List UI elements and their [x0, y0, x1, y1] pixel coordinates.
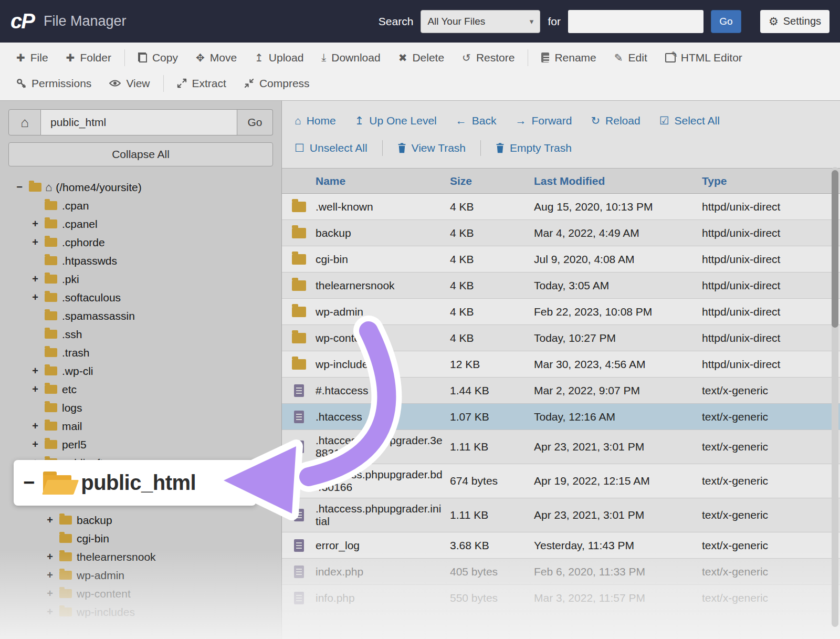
file-name[interactable]: #.htaccess	[316, 380, 450, 401]
path-go-button[interactable]: Go	[237, 109, 273, 135]
column-header-size[interactable]: Size	[450, 175, 534, 187]
up-one-level-link[interactable]: ↥Up One Level	[355, 114, 437, 127]
file-row[interactable]: backup 4 KB Mar 4, 2022, 4:49 AM httpd/u…	[282, 220, 840, 246]
expander-toggle[interactable]: −	[23, 472, 35, 494]
expander-toggle[interactable]: +	[45, 551, 55, 563]
folder-button[interactable]: ✚Folder	[57, 45, 120, 70]
permissions-button[interactable]: Permissions	[7, 70, 100, 96]
tree-item[interactable]: + ⌂ mail	[8, 417, 273, 435]
tree-item[interactable]: + ⌂ perl5	[8, 435, 273, 454]
file-row[interactable]: wp-includes 12 KB Mar 30, 2023, 4:56 AM …	[282, 351, 840, 378]
public-html-highlight[interactable]: − public_html	[14, 460, 256, 506]
tree-item[interactable]: ⌂ .trash	[8, 343, 273, 362]
file-name[interactable]: thelearnersnook	[316, 275, 450, 296]
file-row[interactable]: .htaccess 1.07 KB Today, 12:16 AM text/x…	[282, 404, 840, 430]
tree-item[interactable]: + ⌂ .softaculous	[8, 288, 273, 307]
collapse-all-button[interactable]: Collapse All	[8, 142, 273, 166]
extract-button[interactable]: Extract	[168, 70, 235, 96]
file-name[interactable]: .htaccess.phpupgrader.initial	[316, 498, 450, 532]
file-name[interactable]: wp-content	[316, 328, 450, 349]
tree-item[interactable]: ⌂ cgi-bin	[8, 529, 273, 548]
tree-item[interactable]: − ⌂ (/home4/yoursite)	[8, 178, 273, 196]
expander-toggle[interactable]: +	[30, 365, 40, 377]
tree-item[interactable]: + ⌂ .wp-cli	[8, 362, 273, 380]
scrollbar-thumb[interactable]	[832, 170, 838, 328]
unselect-all-link[interactable]: ☐Unselect All	[295, 142, 368, 154]
expander-toggle[interactable]: +	[45, 514, 55, 526]
file-button[interactable]: ✚File	[7, 45, 57, 70]
file-name[interactable]: backup	[316, 223, 450, 244]
file-row[interactable]: #.htaccess 1.44 KB Mar 2, 2022, 9:07 PM …	[282, 378, 840, 404]
tree-item[interactable]: + ⌂ etc	[8, 380, 273, 399]
expander-toggle[interactable]: +	[30, 218, 40, 230]
back-link[interactable]: ←Back	[456, 114, 497, 127]
path-input[interactable]	[41, 109, 237, 135]
tree-item[interactable]: + ⌂ wp-includes	[8, 603, 273, 621]
file-name[interactable]: .well-known	[316, 196, 450, 217]
file-row[interactable]: cgi-bin 4 KB Jul 9, 2020, 4:08 AM httpd/…	[282, 246, 840, 273]
copy-button[interactable]: Copy	[129, 45, 187, 70]
tree-item[interactable]: + ⌂ .cphorde	[8, 233, 273, 252]
file-row[interactable]: .htaccess.phpupgrader.3e8831af 1.11 KB A…	[282, 430, 840, 464]
settings-button[interactable]: ⚙ Settings	[760, 10, 830, 33]
file-name[interactable]: index.php	[316, 561, 450, 582]
tree-item[interactable]: ⌂ .cpan	[8, 196, 273, 215]
file-name[interactable]: cgi-bin	[316, 249, 450, 270]
file-name[interactable]: wp-admin	[316, 301, 450, 322]
expander-toggle[interactable]: +	[30, 420, 40, 432]
download-button[interactable]: ⤓Download	[312, 45, 389, 70]
reload-link[interactable]: ↻Reload	[591, 114, 640, 127]
move-button[interactable]: ✥Move	[187, 45, 246, 70]
tree-item[interactable]: + ⌂ .pki	[8, 270, 273, 288]
file-row[interactable]: thelearnersnook 4 KB Today, 3:05 AM http…	[282, 273, 840, 299]
view-button[interactable]: View	[100, 70, 159, 96]
view-trash-link[interactable]: View Trash	[397, 142, 466, 154]
file-row[interactable]: .htaccess.phpupgrader.initial 1.11 KB Ap…	[282, 498, 840, 532]
tree-item[interactable]: + ⌂ wp-admin	[8, 566, 273, 584]
expander-toggle[interactable]: +	[45, 606, 55, 618]
expander-toggle[interactable]: +	[30, 438, 40, 451]
file-name[interactable]: .htaccess.phpupgrader.bd430166	[316, 464, 450, 498]
search-go-button[interactable]: Go	[711, 10, 741, 33]
file-name[interactable]: .htaccess	[316, 406, 450, 427]
restore-button[interactable]: ↺Restore	[453, 45, 523, 70]
file-row[interactable]: .htaccess.phpupgrader.bd430166 674 bytes…	[282, 464, 840, 498]
file-name[interactable]: .htaccess.phpupgrader.3e8831af	[316, 430, 450, 464]
tree-item[interactable]: + ⌂ .cpanel	[8, 215, 273, 233]
tree-item[interactable]: ⌂ .ssh	[8, 325, 273, 343]
expander-toggle[interactable]: +	[30, 236, 40, 248]
select-all-link[interactable]: ☑Select All	[659, 114, 720, 127]
search-input[interactable]	[568, 10, 704, 33]
file-row[interactable]: index.php 405 bytes Feb 6, 2020, 11:33 P…	[282, 559, 840, 585]
compress-button[interactable]: Compress	[235, 70, 319, 96]
expander-toggle[interactable]: −	[15, 181, 24, 193]
tree-item[interactable]: ⌂ .htpasswds	[8, 252, 273, 270]
search-scope-select[interactable]: All Your Files ▾	[421, 10, 540, 33]
home-directory-button[interactable]: ⌂	[8, 109, 41, 135]
file-name[interactable]: error_log	[316, 535, 450, 556]
edit-button[interactable]: ✎Edit	[605, 45, 656, 70]
expander-toggle[interactable]: +	[30, 291, 40, 303]
file-row[interactable]: wp-content 4 KB Today, 10:27 PM httpd/un…	[282, 325, 840, 351]
file-name[interactable]: info.php	[316, 588, 450, 609]
tree-item[interactable]: + ⌂ thelearnersnook	[8, 548, 273, 566]
column-header-name[interactable]: Name	[282, 175, 450, 187]
column-header-type[interactable]: Type	[702, 175, 840, 187]
expander-toggle[interactable]: +	[45, 569, 55, 581]
file-row[interactable]: wp-admin 4 KB Feb 22, 2023, 10:08 PM htt…	[282, 299, 840, 325]
file-name[interactable]: wp-includes	[316, 354, 450, 375]
delete-button[interactable]: ✖Delete	[390, 45, 453, 70]
expander-toggle[interactable]: +	[30, 383, 40, 395]
file-row[interactable]: .well-known 4 KB Aug 15, 2020, 10:13 PM …	[282, 194, 840, 220]
expander-toggle[interactable]: +	[30, 273, 40, 285]
empty-trash-link[interactable]: Empty Trash	[496, 142, 572, 154]
tree-item[interactable]: ⌂ logs	[8, 399, 273, 417]
file-row[interactable]: error_log 3.68 KB Yesterday, 11:43 PM te…	[282, 532, 840, 559]
home-link[interactable]: ⌂Home	[295, 114, 336, 127]
tree-item[interactable]: ⌂ .spamassassin	[8, 307, 273, 325]
html-editor-button[interactable]: ✎HTML Editor	[656, 45, 751, 70]
file-row[interactable]: info.php 550 bytes Mar 3, 2022, 11:57 PM…	[282, 585, 840, 611]
vertical-scrollbar[interactable]	[832, 167, 838, 627]
upload-button[interactable]: ↥Upload	[246, 45, 312, 70]
forward-link[interactable]: →Forward	[515, 114, 572, 127]
